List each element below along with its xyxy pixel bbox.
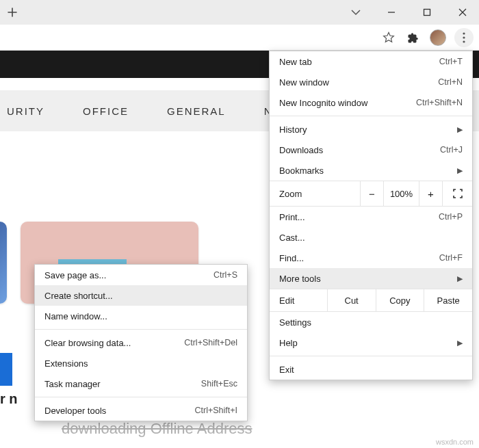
copy-button[interactable]: Copy	[376, 289, 424, 311]
window-titlebar	[0, 0, 479, 25]
menu-history[interactable]: History ▶	[270, 119, 472, 140]
menu-item-label: Downloads	[279, 145, 440, 155]
nav-item[interactable]: OFFICE	[80, 101, 131, 121]
menu-item-label: Task manager	[44, 379, 201, 389]
menu-separator	[270, 116, 472, 116]
article-card[interactable]: ag vin	[0, 222, 7, 304]
menu-shortcut: Ctrl+N	[438, 77, 463, 87]
menu-settings[interactable]: Settings	[270, 312, 472, 332]
fullscreen-button[interactable]	[442, 181, 472, 206]
menu-shortcut: Ctrl+S	[213, 270, 237, 280]
nav-item[interactable]: URITY	[4, 101, 47, 121]
menu-more-tools[interactable]: More tools ▶	[270, 268, 472, 289]
svg-point-1	[463, 32, 465, 34]
menu-shortcut: Ctrl+F	[439, 253, 463, 263]
menu-shortcut: Ctrl+Shift+N	[416, 98, 463, 107]
minimize-button[interactable]	[378, 1, 405, 23]
menu-shortcut: Shift+Esc	[201, 379, 237, 388]
submenu-extensions[interactable]: Extensions	[35, 353, 247, 373]
profile-avatar[interactable]	[430, 29, 446, 46]
bookmark-star-icon[interactable]	[380, 29, 397, 46]
submenu-clear-data[interactable]: Clear browsing data... Ctrl+Shift+Del	[35, 332, 247, 353]
site-watermark: wsxdn.com	[436, 438, 474, 446]
submenu-task-manager[interactable]: Task manager Shift+Esc	[35, 373, 247, 394]
menu-item-label: New window	[279, 77, 438, 88]
menu-item-label: History	[279, 124, 453, 135]
menu-item-label: Clear browsing data...	[44, 338, 184, 348]
submenu-name-window[interactable]: Name window...	[35, 306, 247, 326]
menu-item-label: More tools	[279, 274, 453, 284]
edit-label: Edit	[270, 295, 327, 306]
extensions-puzzle-icon[interactable]	[405, 29, 422, 46]
submenu-developer-tools[interactable]: Developer tools Ctrl+Shift+I	[35, 400, 247, 421]
chevron-right-icon: ▶	[453, 166, 463, 175]
chevron-right-icon: ▶	[453, 274, 463, 283]
menu-item-label: New Incognito window	[279, 98, 416, 108]
menu-item-label: Extensions	[44, 358, 237, 369]
menu-item-label: Cast...	[279, 233, 463, 243]
zoom-in-button[interactable]: +	[419, 181, 442, 206]
menu-new-incognito[interactable]: New Incognito window Ctrl+Shift+N	[270, 92, 472, 113]
new-tab-button[interactable]	[3, 3, 22, 22]
menu-separator	[35, 397, 247, 397]
menu-separator	[270, 356, 472, 356]
menu-separator	[35, 329, 247, 330]
nav-item[interactable]: GENERAL	[164, 101, 229, 121]
menu-item-label: Exit	[279, 365, 463, 375]
menu-shortcut: Ctrl+P	[439, 212, 463, 222]
menu-print[interactable]: Print... Ctrl+P	[270, 207, 472, 227]
zoom-value: 100%	[383, 181, 419, 206]
menu-find[interactable]: Find... Ctrl+F	[270, 248, 472, 268]
menu-item-label: Find...	[279, 253, 439, 263]
more-tools-submenu: Save page as... Ctrl+S Create shortcut..…	[34, 264, 248, 421]
menu-cast[interactable]: Cast...	[270, 227, 472, 248]
menu-help[interactable]: Help ▶	[270, 332, 472, 353]
menu-new-window[interactable]: New window Ctrl+N	[270, 72, 472, 92]
article-headline: downloading Offline Address	[62, 420, 252, 438]
paste-button[interactable]: Paste	[424, 289, 472, 311]
menu-new-tab[interactable]: New tab Ctrl+T	[270, 51, 472, 72]
menu-item-label: Help	[279, 338, 453, 348]
chevron-right-icon: ▶	[453, 125, 463, 134]
menu-item-label: Name window...	[44, 311, 237, 321]
menu-item-label: New tab	[279, 57, 439, 67]
submenu-create-shortcut[interactable]: Create shortcut...	[35, 285, 247, 306]
card-decoration	[0, 353, 12, 386]
svg-point-3	[463, 40, 465, 42]
cut-button[interactable]: Cut	[327, 289, 376, 311]
menu-item-label: Developer tools	[44, 406, 194, 416]
menu-item-label: Settings	[279, 317, 463, 328]
menu-shortcut: Ctrl+T	[439, 57, 463, 66]
partial-text: r n	[0, 391, 18, 407]
menu-edit-row: Edit Cut Copy Paste	[270, 289, 472, 312]
menu-bookmarks[interactable]: Bookmarks ▶	[270, 160, 472, 181]
menu-shortcut: Ctrl+Shift+Del	[184, 338, 237, 347]
menu-item-label: Bookmarks	[279, 166, 453, 176]
menu-shortcut: Ctrl+J	[440, 145, 463, 155]
svg-point-2	[463, 36, 465, 38]
menu-item-label: Print...	[279, 212, 439, 222]
tabs-dropdown-icon[interactable]	[342, 1, 370, 23]
zoom-out-button[interactable]: −	[360, 181, 383, 206]
menu-item-label: Create shortcut...	[44, 291, 237, 301]
submenu-save-page[interactable]: Save page as... Ctrl+S	[35, 265, 247, 285]
menu-shortcut: Ctrl+Shift+I	[194, 406, 237, 415]
menu-downloads[interactable]: Downloads Ctrl+J	[270, 140, 472, 160]
chrome-main-menu: New tab Ctrl+T New window Ctrl+N New Inc…	[269, 51, 473, 380]
zoom-label: Zoom	[270, 189, 360, 199]
maximize-button[interactable]	[413, 1, 441, 23]
svg-rect-0	[424, 10, 430, 16]
close-button[interactable]	[449, 1, 476, 23]
menu-item-label: Save page as...	[44, 270, 213, 280]
browser-toolbar	[0, 25, 479, 51]
chevron-right-icon: ▶	[453, 339, 463, 347]
menu-zoom-row: Zoom − 100% +	[270, 181, 472, 207]
menu-exit[interactable]: Exit	[270, 359, 472, 380]
chrome-menu-button[interactable]	[454, 28, 474, 47]
